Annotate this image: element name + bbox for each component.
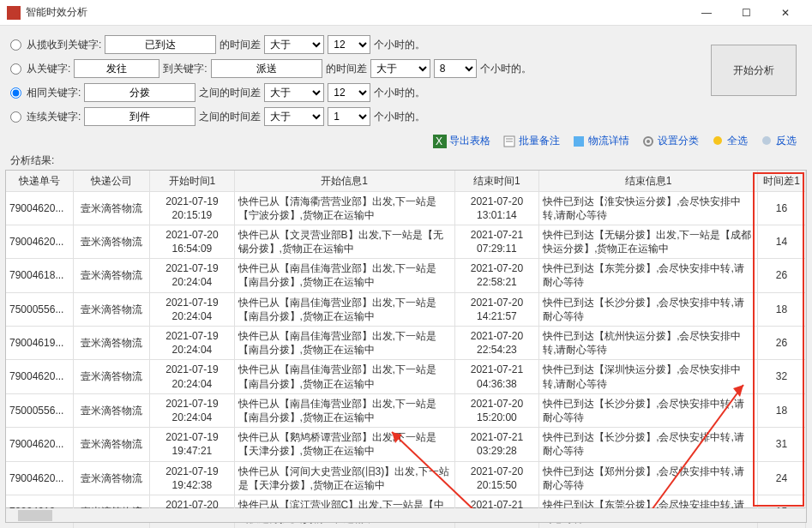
cell-start-info: 快件已从【南昌佳海营业部】出发,下一站是【南昌分拨】,货物正在运输中 <box>234 360 454 393</box>
table-row[interactable]: 79004619...壹米滴答物流2021-07-1920:24:04快件已从【… <box>6 327 806 360</box>
cell-diff: 18 <box>758 393 806 427</box>
col-end-info[interactable]: 结束信息1 <box>539 171 758 191</box>
detail-button[interactable]: 物流详情 <box>572 134 629 148</box>
scrollbar-thumb[interactable] <box>18 510 52 521</box>
filter3-hours[interactable]: 12 <box>328 83 370 102</box>
filter4-op[interactable]: 大于 <box>264 107 324 126</box>
note-icon <box>502 135 516 148</box>
cell-end-info: 快件已到达【长沙分拨】,会尽快安排中转,请耐心等待 <box>539 292 758 326</box>
filter2-suffix: 个小时的。 <box>480 62 532 76</box>
cell-start-time: 2021-07-1919:47:21 <box>150 428 234 461</box>
cell-company: 壹米滴答物流 <box>73 259 149 292</box>
cell-company: 壹米滴答物流 <box>73 360 149 393</box>
filter1-suffix: 个小时的。 <box>374 38 425 52</box>
export-button[interactable]: X导出表格 <box>433 134 490 148</box>
table-row[interactable]: 79004620...壹米滴答物流2021-07-2016:54:09快件已从【… <box>6 225 806 258</box>
cell-end-info: 快件已到达【深圳快运分拨】,会尽快安排中转,请耐心等待 <box>539 360 758 393</box>
horizontal-scrollbar[interactable] <box>5 508 807 523</box>
cell-company: 壹米滴答物流 <box>73 191 149 225</box>
filter1-hours[interactable]: 12 <box>328 35 370 54</box>
filter3-keyword[interactable] <box>84 83 195 102</box>
cell-diff: 18 <box>758 292 806 326</box>
app-icon <box>7 6 21 20</box>
cell-diff: 32 <box>758 360 806 393</box>
cell-start-time: 2021-07-1920:24:04 <box>150 292 234 326</box>
cell-end-info: 快件已到达【无锡分拨】出发,下一站是【成都快运分拨】,货物正在运输中 <box>539 225 758 258</box>
filter-radio-1[interactable] <box>10 39 21 51</box>
table-row[interactable]: 75000556...壹米滴答物流2021-07-1920:24:04快件已从【… <box>6 292 806 326</box>
cell-company: 壹米滴答物流 <box>73 292 149 326</box>
cell-diff: 31 <box>758 428 806 461</box>
cell-id: 79004620... <box>6 191 73 225</box>
filter2-keyword1[interactable] <box>74 59 159 78</box>
cell-id: 79004620... <box>6 461 73 495</box>
filter4-gap-label: 之间的时间差 <box>199 110 261 124</box>
filter4-keyword[interactable] <box>84 107 195 126</box>
table-row[interactable]: 75000556...壹米滴答物流2021-07-1920:24:04快件已从【… <box>6 393 806 427</box>
cell-start-info: 快件已从【南昌佳海营业部】出发,下一站是【南昌分拨】,货物正在运输中 <box>234 393 454 427</box>
close-button[interactable]: ✕ <box>766 0 805 26</box>
col-id[interactable]: 快递单号 <box>6 171 73 191</box>
filter-radio-4[interactable] <box>10 111 21 123</box>
col-start-time[interactable]: 开始时间1 <box>150 171 234 191</box>
filter2-keyword2[interactable] <box>211 59 322 78</box>
filter2-op[interactable]: 大于 <box>370 59 430 78</box>
filter1-label: 从揽收到关键字: <box>27 38 101 52</box>
select-all-button[interactable]: 全选 <box>711 134 748 148</box>
maximize-button[interactable]: ☐ <box>726 0 766 26</box>
cell-diff: 24 <box>758 461 806 495</box>
filter2-hours[interactable]: 8 <box>434 59 477 78</box>
col-diff[interactable]: 时间差1 <box>758 171 806 191</box>
filter3-suffix: 个小时的。 <box>374 86 425 100</box>
cell-start-info: 快件已从【文灵营业部B】出发,下一站是【无锡分拨】,货物正在运输中 <box>234 225 454 258</box>
table-row[interactable]: 79004620...壹米滴答物流2021-07-1919:42:38快件已从【… <box>6 461 806 495</box>
filter-radio-2[interactable] <box>10 63 21 75</box>
table-row[interactable]: 79004618...壹米滴答物流2021-07-1920:24:04快件已从【… <box>6 259 806 292</box>
category-button[interactable]: 设置分类 <box>641 134 699 148</box>
cell-start-time: 2021-07-1920:24:04 <box>150 360 234 393</box>
cell-start-time: 2021-07-1920:24:04 <box>150 327 234 360</box>
filter1-gap-label: 的时间差 <box>220 38 261 52</box>
svg-point-7 <box>647 140 650 143</box>
filter-panel: 从揽收到关键字: 的时间差 大于 12 个小时的。 从关键字: 到关键字: 的时… <box>0 26 812 132</box>
filter4-hours[interactable]: 1 <box>328 107 370 126</box>
table-row[interactable]: 79004620...壹米滴答物流2021-07-1920:15:19快件已从【… <box>6 191 806 225</box>
cell-start-time: 2021-07-1920:24:04 <box>150 393 234 427</box>
toolbar: X导出表格 批量备注 物流详情 设置分类 全选 反选 <box>0 132 812 150</box>
start-analyze-button[interactable]: 开始分析 <box>711 45 797 96</box>
minimize-button[interactable]: — <box>687 0 726 26</box>
filter4-suffix: 个小时的。 <box>374 110 425 124</box>
svg-point-9 <box>762 136 771 145</box>
svg-point-8 <box>713 136 722 145</box>
cell-id: 79004619... <box>6 327 73 360</box>
cell-start-time: 2021-07-1920:15:19 <box>150 191 234 225</box>
filter1-keyword[interactable] <box>105 35 216 54</box>
cell-end-info: 快件已到达【长沙分拨】,会尽快安排中转,请耐心等待 <box>539 393 758 427</box>
filter-row-2: 从关键字: 到关键字: 的时间差 大于 8 个小时的。 <box>10 57 802 81</box>
filter3-op[interactable]: 大于 <box>264 83 324 102</box>
table-row[interactable]: 79004620...壹米滴答物流2021-07-1919:47:21快件已从【… <box>6 428 806 461</box>
cell-end-time: 2021-07-2014:21:57 <box>454 292 538 326</box>
excel-icon: X <box>433 135 447 148</box>
batch-note-button[interactable]: 批量备注 <box>502 134 560 148</box>
col-company[interactable]: 快递公司 <box>73 171 149 191</box>
col-end-time[interactable]: 结束时间1 <box>454 171 538 191</box>
filter3-gap-label: 之间的时间差 <box>199 86 261 100</box>
table-row[interactable]: 79004620...壹米滴答物流2021-07-1920:24:04快件已从【… <box>6 360 806 393</box>
cell-diff: 26 <box>758 327 806 360</box>
col-start-info[interactable]: 开始信息1 <box>234 171 454 191</box>
cell-start-time: 2021-07-1919:42:38 <box>150 461 234 495</box>
cell-end-info: 快件已到达【长沙分拨】,会尽快安排中转,请耐心等待 <box>539 428 758 461</box>
cell-id: 79004620... <box>6 428 73 461</box>
result-grid: 快递单号 快递公司 开始时间1 开始信息1 结束时间1 结束信息1 时间差1 7… <box>5 170 807 508</box>
filter-radio-3[interactable] <box>10 87 21 99</box>
cell-end-time: 2021-07-2022:58:21 <box>454 259 538 292</box>
invert-button[interactable]: 反选 <box>760 134 797 148</box>
cell-end-time: 2021-07-2103:29:28 <box>454 428 538 461</box>
result-label: 分析结果: <box>0 150 812 170</box>
cell-end-info: 快件已到达【郑州分拨】,会尽快安排中转,请耐心等待 <box>539 461 758 495</box>
cell-company: 壹米滴答物流 <box>73 393 149 427</box>
filter1-op[interactable]: 大于 <box>264 35 324 54</box>
bulb-on-icon <box>711 135 725 148</box>
cell-diff: 16 <box>758 191 806 225</box>
